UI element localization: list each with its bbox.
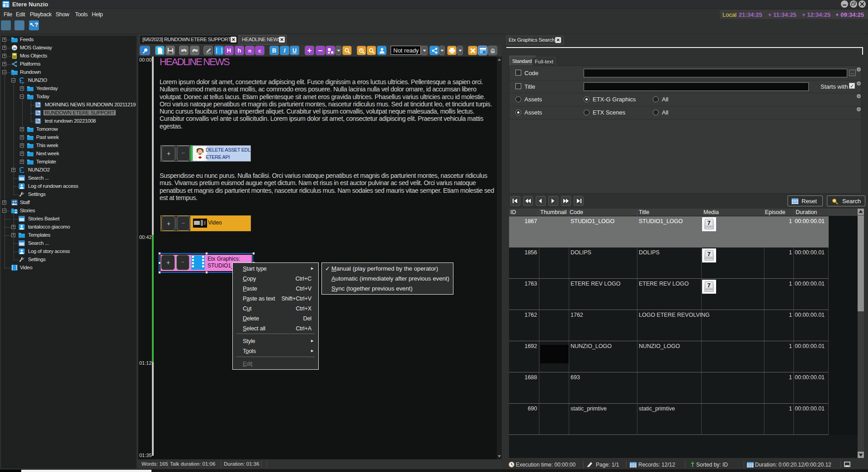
svg-text:7: 7	[707, 282, 710, 289]
svg-text:m: m	[13, 46, 16, 50]
svg-text:7: 7	[707, 219, 710, 226]
svg-text:7: 7	[707, 251, 710, 257]
